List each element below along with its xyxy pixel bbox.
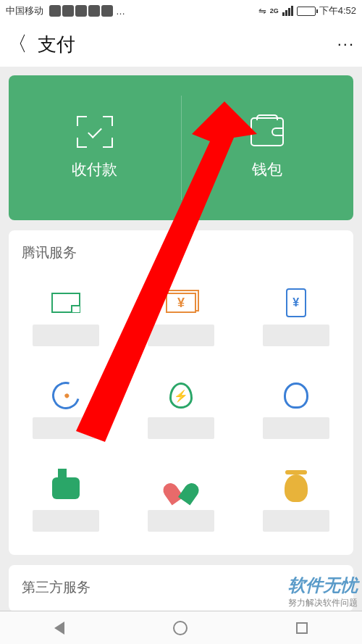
carrier-label: 中国移动 <box>6 4 43 17</box>
status-more-indicator: … <box>116 6 127 17</box>
more-button[interactable]: ··· <box>337 35 355 54</box>
wallet-label: 钱包 <box>252 159 282 180</box>
nav-back-button[interactable] <box>54 622 64 635</box>
watermark: 软件无忧 努力解决软件问题 <box>288 574 358 609</box>
android-nav-bar <box>0 611 362 644</box>
battery-icon <box>297 7 316 16</box>
notif-icon-4 <box>88 5 100 17</box>
wifi-icon: ⇋ <box>258 6 266 17</box>
city-services-icon <box>50 474 82 503</box>
service-label-blurred <box>263 417 329 439</box>
phone-topup-icon <box>280 288 312 317</box>
notif-icon-5 <box>101 5 113 17</box>
notif-icon-2 <box>62 5 74 17</box>
service-item-finance[interactable] <box>9 364 124 456</box>
service-label-blurred <box>33 510 99 532</box>
notif-icon-3 <box>75 5 87 17</box>
qq-icon <box>280 381 312 410</box>
watermark-logo: 软件无忧 <box>288 574 358 597</box>
service-label-blurred <box>148 510 214 532</box>
service-label-blurred <box>263 325 329 346</box>
service-item-city[interactable] <box>9 456 124 549</box>
tencent-services-section: 腾讯服务 <box>9 230 353 555</box>
wallet-button[interactable]: 钱包 <box>182 75 354 220</box>
title-bar: 〈 支付 ··· <box>0 22 362 67</box>
service-label-blurred <box>148 325 214 346</box>
network-type-label: 2G <box>270 7 279 14</box>
pay-receive-label: 收付款 <box>72 159 117 180</box>
nav-home-button[interactable] <box>173 621 188 635</box>
watermark-slogan: 努力解决软件问题 <box>288 597 358 609</box>
pay-receive-button[interactable]: 收付款 <box>9 75 181 220</box>
service-label-blurred <box>263 510 329 532</box>
charity-icon <box>165 474 197 503</box>
service-label-blurred <box>33 325 99 346</box>
service-item-charity[interactable] <box>124 456 239 549</box>
service-item-insurance[interactable] <box>238 456 353 549</box>
service-item-phone[interactable] <box>238 271 353 364</box>
back-button[interactable]: 〈 <box>7 34 28 54</box>
page-title: 支付 <box>38 32 75 57</box>
clock-label: 下午4:52 <box>319 4 356 17</box>
utilities-icon <box>165 381 197 410</box>
service-item-utilities[interactable] <box>124 364 239 456</box>
insurance-icon <box>280 474 312 503</box>
money-icon <box>165 288 197 317</box>
service-item-money[interactable] <box>124 271 239 364</box>
service-item-card[interactable] <box>9 271 124 364</box>
tencent-services-grid <box>9 271 353 549</box>
finance-icon <box>50 381 82 410</box>
status-bar: 中国移动 … ⇋ 2G 下午4:52 <box>0 0 362 22</box>
bank-card-icon <box>50 288 82 317</box>
nav-recent-button[interactable] <box>296 622 308 634</box>
scan-pay-icon <box>77 116 113 148</box>
tencent-services-header: 腾讯服务 <box>9 230 353 271</box>
service-item-qq[interactable] <box>238 364 353 456</box>
notif-icon-1 <box>49 5 61 17</box>
service-label-blurred <box>33 417 99 439</box>
content-area: 收付款 钱包 腾讯服务 <box>0 67 362 620</box>
signal-icon <box>282 6 293 16</box>
status-left: 中国移动 … <box>6 4 127 17</box>
payment-card: 收付款 钱包 <box>9 75 353 220</box>
wallet-icon <box>249 116 285 148</box>
status-notification-icons <box>49 5 113 17</box>
service-label-blurred <box>148 417 214 439</box>
status-right: ⇋ 2G 下午4:52 <box>258 4 356 17</box>
